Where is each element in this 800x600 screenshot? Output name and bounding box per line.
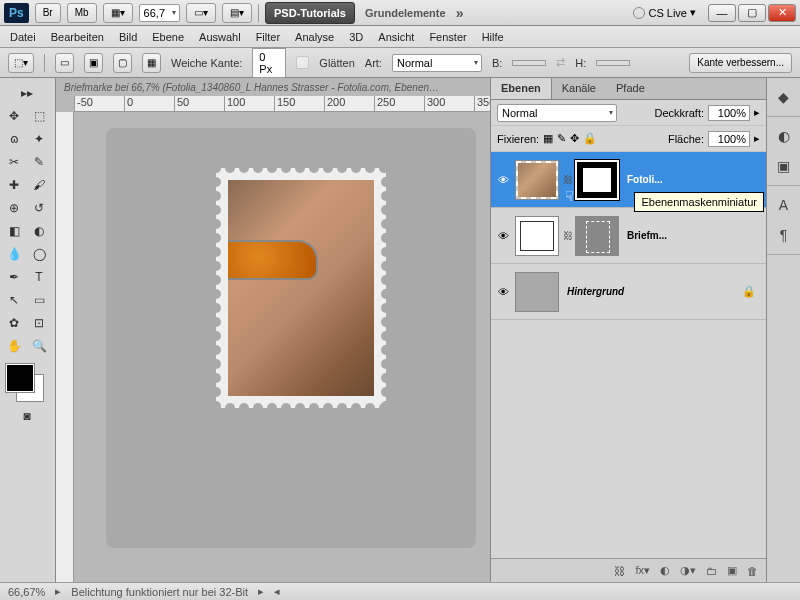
ruler-vertical[interactable] — [56, 112, 74, 582]
move-tool-icon[interactable]: ✥ — [2, 105, 26, 127]
fx-icon[interactable]: fx▾ — [635, 564, 650, 577]
workspace-psd-tutorials[interactable]: PSD-Tutorials — [265, 2, 355, 24]
menu-bild[interactable]: Bild — [119, 31, 137, 43]
visibility-icon[interactable]: 👁 — [495, 230, 511, 242]
extras-icon[interactable]: ▤▾ — [222, 3, 252, 23]
crop-tool-icon[interactable]: ✂ — [2, 151, 26, 173]
lasso-tool-icon[interactable]: ɷ — [2, 128, 26, 150]
new-layer-icon[interactable]: ▣ — [727, 564, 737, 577]
color-swatch[interactable] — [2, 364, 50, 404]
shape-tool-icon[interactable]: ▭ — [27, 289, 51, 311]
opacity-arrow-icon[interactable]: ▸ — [754, 106, 760, 119]
stamp-tool-icon[interactable]: ⊕ — [2, 197, 26, 219]
layer-row-briefmarke[interactable]: 👁 ⛓ Briefm... — [491, 208, 766, 264]
link-mask-icon[interactable]: ⛓ — [563, 174, 571, 185]
pen-tool-icon[interactable]: ✒ — [2, 266, 26, 288]
adjustments-panel-icon[interactable]: ◐ — [767, 121, 800, 151]
blur-tool-icon[interactable]: 💧 — [2, 243, 26, 265]
status-zoom[interactable]: 66,67% — [8, 586, 45, 598]
tab-pfade[interactable]: Pfade — [606, 78, 655, 99]
tool-preset-icon[interactable]: ⬚▾ — [8, 53, 34, 73]
paragraph-panel-icon[interactable]: ¶ — [767, 220, 800, 250]
lock-pixels-icon[interactable]: ✎ — [557, 132, 566, 145]
gradient-tool-icon[interactable]: ◐ — [27, 220, 51, 242]
tab-ebenen[interactable]: Ebenen — [491, 78, 552, 99]
history-brush-icon[interactable]: ↺ — [27, 197, 51, 219]
style-select[interactable]: Normal — [392, 54, 482, 72]
arrange-icon[interactable]: ▭▾ — [186, 3, 216, 23]
character-panel-icon[interactable]: A — [767, 190, 800, 220]
expand-toolbox-icon[interactable]: ▸▸ — [2, 82, 52, 104]
zoom-level-select[interactable]: 66,7 — [139, 4, 180, 22]
intersect-select-icon[interactable]: ▦ — [142, 53, 161, 73]
menu-bearbeiten[interactable]: Bearbeiten — [51, 31, 104, 43]
heal-tool-icon[interactable]: ✚ — [2, 174, 26, 196]
delete-layer-icon[interactable]: 🗑 — [747, 565, 758, 577]
quickmask-icon[interactable]: ◙ — [2, 405, 52, 427]
menu-3d[interactable]: 3D — [349, 31, 363, 43]
visibility-icon[interactable]: 👁 — [495, 286, 511, 298]
3d-tool-icon[interactable]: ✿ — [2, 312, 26, 334]
layer-thumbnail[interactable] — [515, 272, 559, 312]
link-layers-icon[interactable]: ⛓ — [614, 565, 625, 577]
close-button[interactable]: ✕ — [768, 4, 796, 22]
feather-input[interactable]: 0 Px — [252, 48, 286, 78]
color-panel-icon[interactable]: ◆ — [767, 82, 800, 112]
bridge-button[interactable]: Br — [35, 3, 61, 23]
add-mask-icon[interactable]: ◐ — [660, 564, 670, 577]
screen-mode-icon[interactable]: ▦▾ — [103, 3, 133, 23]
workspace-more-icon[interactable]: » — [456, 5, 464, 21]
add-select-icon[interactable]: ▣ — [84, 53, 103, 73]
group-icon[interactable]: 🗀 — [706, 565, 717, 577]
refine-edge-button[interactable]: Kante verbessern... — [689, 53, 792, 73]
minimize-button[interactable]: — — [708, 4, 736, 22]
blend-mode-select[interactable]: Normal — [497, 104, 617, 122]
eraser-tool-icon[interactable]: ◧ — [2, 220, 26, 242]
layer-thumbnail[interactable] — [515, 160, 559, 200]
hand-tool-icon[interactable]: ✋ — [2, 335, 26, 357]
menu-datei[interactable]: Datei — [10, 31, 36, 43]
camera-tool-icon[interactable]: ⊡ — [27, 312, 51, 334]
maximize-button[interactable]: ▢ — [738, 4, 766, 22]
adjustment-layer-icon[interactable]: ◑▾ — [680, 564, 696, 577]
title-bar: Ps Br Mb ▦▾ 66,7 ▭▾ ▤▾ PSD-Tutorials Gru… — [0, 0, 800, 26]
layer-name[interactable]: Briefm... — [623, 230, 762, 241]
fill-input[interactable]: 100% — [708, 131, 750, 147]
masks-panel-icon[interactable]: ▣ — [767, 151, 800, 181]
menu-analyse[interactable]: Analyse — [295, 31, 334, 43]
cs-live-button[interactable]: CS Live ▾ — [633, 6, 696, 19]
layer-mask-thumbnail[interactable] — [575, 216, 619, 256]
visibility-icon[interactable]: 👁 — [495, 174, 511, 186]
menu-filter[interactable]: Filter — [256, 31, 280, 43]
antialias-checkbox[interactable] — [296, 56, 309, 69]
layer-thumbnail[interactable] — [515, 216, 559, 256]
menu-auswahl[interactable]: Auswahl — [199, 31, 241, 43]
marquee-tool-icon[interactable]: ⬚ — [27, 105, 51, 127]
brush-tool-icon[interactable]: 🖌 — [27, 174, 51, 196]
menu-fenster[interactable]: Fenster — [429, 31, 466, 43]
link-mask-icon[interactable]: ⛓ — [563, 230, 571, 241]
eyedropper-tool-icon[interactable]: ✎ — [27, 151, 51, 173]
minibridge-button[interactable]: Mb — [67, 3, 97, 23]
lock-all-icon[interactable]: 🔒 — [583, 132, 597, 145]
zoom-tool-icon[interactable]: 🔍 — [27, 335, 51, 357]
menu-hilfe[interactable]: Hilfe — [482, 31, 504, 43]
fill-arrow-icon[interactable]: ▸ — [754, 132, 760, 145]
opacity-input[interactable]: 100% — [708, 105, 750, 121]
layer-row-hintergrund[interactable]: 👁 Hintergrund 🔒 — [491, 264, 766, 320]
dodge-tool-icon[interactable]: ◯ — [27, 243, 51, 265]
layer-name[interactable]: Hintergrund — [563, 286, 738, 297]
workspace-grundelemente[interactable]: Grundelemente — [361, 4, 450, 22]
rect-select-icon[interactable]: ▭ — [55, 53, 74, 73]
type-tool-icon[interactable]: T — [27, 266, 51, 288]
layer-mask-thumbnail[interactable] — [575, 160, 619, 200]
subtract-select-icon[interactable]: ▢ — [113, 53, 132, 73]
tab-kanaele[interactable]: Kanäle — [552, 78, 606, 99]
path-tool-icon[interactable]: ↖ — [2, 289, 26, 311]
lock-position-icon[interactable]: ✥ — [570, 132, 579, 145]
wand-tool-icon[interactable]: ✦ — [27, 128, 51, 150]
layer-name[interactable]: Fotoli... — [623, 174, 762, 185]
menu-ebene[interactable]: Ebene — [152, 31, 184, 43]
menu-ansicht[interactable]: Ansicht — [378, 31, 414, 43]
lock-transparency-icon[interactable]: ▦ — [543, 132, 553, 145]
